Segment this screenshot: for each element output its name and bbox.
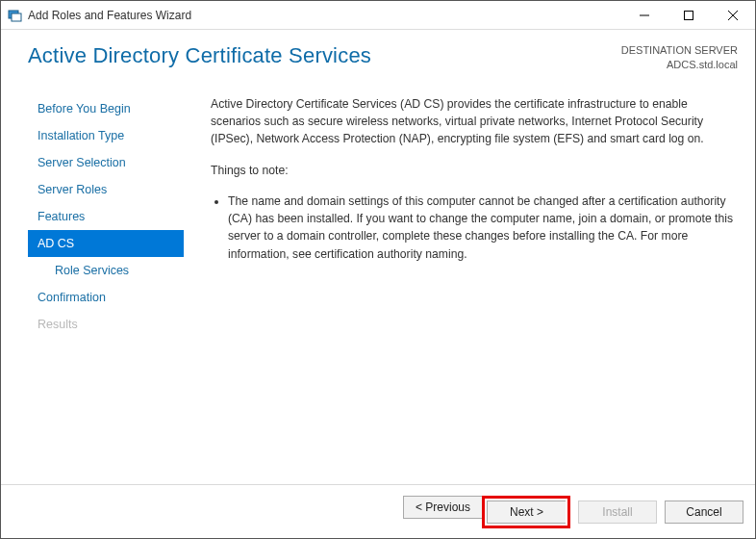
note-item: The name and domain settings of this com… [228, 192, 738, 263]
nav-button-group: < Previous Next > [403, 496, 570, 528]
destination-label: DESTINATION SERVER [621, 43, 738, 58]
cancel-button[interactable]: Cancel [665, 500, 743, 524]
next-button-highlight: Next > [482, 496, 570, 528]
install-button: Install [578, 500, 657, 524]
intro-text: Active Directory Certificate Services (A… [211, 95, 738, 148]
page-title: Active Directory Certificate Services [28, 43, 371, 68]
nav-item-results: Results [28, 311, 184, 338]
notes-heading: Things to note: [211, 162, 738, 179]
svg-rect-1 [12, 13, 21, 21]
titlebar: Add Roles and Features Wizard [1, 1, 755, 30]
window-title: Add Roles and Features Wizard [28, 9, 622, 22]
nav-item-before-you-begin[interactable]: Before You Begin [28, 95, 184, 122]
header: Active Directory Certificate Services DE… [1, 30, 755, 95]
nav-item-confirmation[interactable]: Confirmation [28, 284, 184, 311]
nav-item-role-services[interactable]: Role Services [28, 257, 184, 284]
nav-item-ad-cs[interactable]: AD CS [28, 230, 184, 257]
nav-item-server-selection[interactable]: Server Selection [28, 149, 184, 176]
svg-rect-3 [685, 11, 693, 19]
notes-list: The name and domain settings of this com… [211, 192, 738, 263]
content-pane: Active Directory Certificate Services (A… [184, 95, 738, 484]
maximize-button[interactable] [667, 1, 711, 29]
body: Before You BeginInstallation TypeServer … [1, 95, 755, 484]
nav-item-features[interactable]: Features [28, 203, 184, 230]
close-button[interactable] [711, 1, 755, 29]
previous-button[interactable]: < Previous [403, 496, 482, 519]
next-button[interactable]: Next > [487, 500, 566, 524]
nav-item-server-roles[interactable]: Server Roles [28, 176, 184, 203]
footer: < Previous Next > Install Cancel [1, 484, 755, 538]
nav-item-installation-type[interactable]: Installation Type [28, 122, 184, 149]
destination-server: DESTINATION SERVER ADCS.std.local [621, 43, 738, 72]
app-icon [7, 8, 22, 23]
minimize-button[interactable] [622, 1, 667, 29]
wizard-nav: Before You BeginInstallation TypeServer … [28, 95, 184, 484]
wizard-window: Add Roles and Features Wizard Active Dir… [0, 0, 756, 539]
destination-value: ADCS.std.local [621, 58, 738, 72]
window-controls [622, 1, 755, 29]
